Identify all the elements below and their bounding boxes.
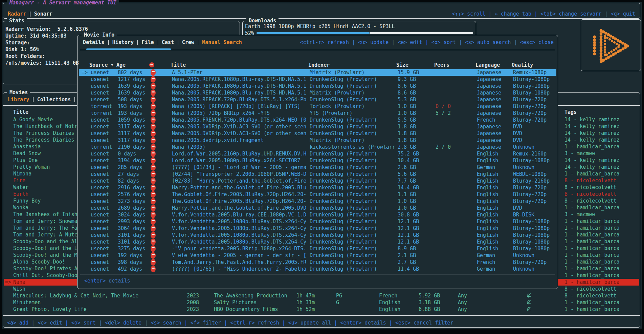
rejected-icon	[151, 191, 156, 198]
cell-quality: Bluray-1080p	[513, 83, 550, 89]
cell-source: usenet	[91, 137, 109, 144]
tab-sonarr[interactable]: Sonarr	[34, 11, 52, 17]
search-result-row[interactable]: usenet3101 daysV.for.Vendetta.2005.1080p…	[79, 232, 556, 238]
search-result-row[interactable]: usenet3273 daysThe.Goblet.Of.Fire.2005.B…	[79, 198, 556, 205]
cell-age: 3117 days	[118, 130, 145, 137]
cell-age: 2993 days	[118, 218, 145, 225]
search-result-row[interactable]: usenet2993 daysV.for.Vendetta.2005.1080p…	[79, 218, 556, 225]
search-result-row[interactable]: usenet2689 daysHarry.Potter.and.the.Gobl…	[79, 205, 556, 211]
rejected-icon	[151, 130, 156, 137]
search-result-row[interactable]: usenet2916 daysHarry.Potter.and.the.Gobl…	[79, 184, 556, 191]
cell-indexer: DrunkenSlug (Prowlarr)	[310, 150, 396, 157]
search-result-row[interactable]: torrent193 daysNana (2005) 720p BRRip x2…	[79, 110, 556, 117]
cell-tag: 1 - hamilcar_barca	[564, 170, 620, 177]
search-result-row[interactable]: usenet82 days[02/83] "Harry.Potter.and.t…	[79, 178, 556, 184]
disk-usage-bar	[86, 48, 171, 50]
search-result-row[interactable]: usenet3101 daysV.for.Vendetta.2005.1080p…	[79, 238, 556, 245]
cell-movie-title: Great Photo, Lovely Life	[13, 306, 87, 313]
global-shortcuts: <↑↓> scroll | ↔ change tab | <t​ab> chan…	[452, 11, 635, 17]
cell-indexer: kickasstorrents.ws (Prowlarr	[310, 144, 396, 150]
cell-runtime: 1h 47m	[296, 292, 315, 299]
search-result-row[interactable]: usenet1639 daysNana.2005.REPACK.1080p.Bl…	[79, 89, 556, 96]
cell-tag: 8 - nicolecolvett	[564, 177, 617, 184]
cell-tag: 8 - nicolecolvett	[564, 292, 617, 299]
cell-age: 192 days	[118, 252, 142, 259]
cell-quality: DVD	[513, 137, 522, 144]
cell-size: 1.0 GB	[398, 198, 416, 205]
cell-rating: G	[336, 299, 339, 306]
cell-tag: 1 - hamilcar_barca	[564, 218, 620, 225]
search-result-row[interactable]: torrent2190 daysNana (2005)kickasstorren…	[79, 144, 556, 150]
search-result-row[interactable]: usenet398 daysTom.And.Jerry.The.Fast.And…	[79, 259, 556, 266]
cell-language: English	[477, 150, 498, 157]
cell-indexer: Miatrix (Prowlarr)	[310, 89, 396, 96]
cell-indexer: YTS (Prowlarr)	[310, 110, 396, 117]
radarr-version: Radarr Version: 5.2.6.8376	[5, 26, 88, 33]
search-result-row[interactable]: usenet285 days(????) [01/34] - "Lord of …	[79, 164, 556, 171]
tab-radarr[interactable]: Radarr	[8, 11, 26, 17]
cell-size: 6.88 GB	[419, 306, 440, 313]
cell-indexer: DrunkenSlug (Prowlarr)	[310, 211, 396, 218]
rejected-icon	[151, 123, 156, 130]
cell-title: Lord.of.War.2005.1080p.BluRay.x264-SECTO…	[172, 157, 308, 164]
cell-size: 10.4 GB	[398, 157, 419, 164]
cell-age: 285 days	[118, 164, 142, 171]
search-result-row[interactable]: usenet0 daysLord.of.War.2005.2160p.BluRa…	[79, 150, 556, 157]
search-result-row[interactable]: torrent193 daysNana (2005) [REPACK] [720…	[79, 103, 556, 110]
cell-source: usenet	[91, 205, 109, 211]
cell-indexer: DrunkenSlug (Prowlarr)	[310, 171, 396, 178]
rejected-icon	[151, 238, 156, 245]
cell-movie-title: Miraculous: Ladybug & Cat Noir, The Movi…	[13, 292, 138, 299]
cell-source: usenet	[91, 150, 109, 157]
search-result-row[interactable]: usenet3275 days-"V pour vendetta.2005.BR…	[79, 245, 556, 252]
cell-size: 8.6 GB	[398, 89, 416, 96]
cell-language: English	[477, 191, 498, 198]
search-result-row[interactable]: usenet3117 daysNana.2005.DVDRip.XviD.AC3…	[79, 130, 556, 137]
cell-language: Japanese	[477, 110, 501, 117]
cell-indexer: DrunkenSlug (Prowlarr)	[310, 205, 396, 211]
cell-age: 82 days	[118, 178, 139, 184]
cell-size: 1.0 GB	[398, 110, 416, 117]
cell-language: German	[477, 164, 495, 171]
search-result-row[interactable]: usenet3064 daysV.for.Vendetta.2005.1080p…	[79, 225, 556, 232]
cell-language: English	[379, 299, 400, 306]
cell-source: usenet	[91, 238, 109, 245]
cell-age: 2576 days	[118, 191, 145, 198]
cell-title: Harry.Potter.and.the.Goblet.of.Fire.2005…	[172, 205, 308, 211]
selection-arrow-icon: =>	[5, 279, 11, 286]
cell-language: German	[477, 252, 495, 259]
header-panel: Managarr - A Servarr management TUI Rada…	[3, 3, 640, 19]
movie-row[interactable]: Miraculous: Ladybug & Cat Noir, The Movi…	[4, 292, 639, 299]
search-result-row[interactable]: usenet3117 daysnana.2005.dvdrip.xvid.fra…	[79, 137, 556, 144]
search-result-row[interactable]: usenet3194 daysLord.of.War.2005.1080p.Bl…	[79, 157, 556, 164]
cell-tag: 1 - hamilcar_barca	[564, 245, 620, 252]
cell-age: 3024 days	[118, 211, 145, 218]
cell-indexer: DrunkenSlug (Prowlarr)	[310, 157, 396, 164]
search-result-row[interactable]: usenet192 daysV wie Vendetta - 2005 - ge…	[79, 252, 556, 259]
cell-indexer: DrunkenSlug (Prowlarr)	[310, 252, 396, 259]
search-result-row[interactable]: usenet2576 daysThe.Goblet.Of.Fire.2005.B…	[79, 191, 556, 198]
cell-size: 5.3 GB	[398, 96, 416, 103]
search-result-row[interactable]: usenet3117 daysNana.2005.DVDRip.XviD.AC3…	[79, 123, 556, 130]
search-result-row[interactable]: usenet27 days[02/44] "Transporter 2.2005…	[79, 171, 556, 178]
cell-source: usenet	[91, 218, 109, 225]
search-result-row[interactable]: usenet3024 daysV.for.Vendetta.2005.Blu-r…	[79, 211, 556, 218]
cell-title: V wie Vendetta - 2005 - german - der sir…	[172, 252, 308, 259]
cell-quality: Unknown	[513, 266, 534, 272]
rejected-icon	[151, 225, 156, 232]
cell-indexer: DrunkenSlug (Prowlarr)	[310, 245, 396, 252]
movie-row[interactable]: Great Photo, Lovely Life2023HBO Document…	[4, 306, 639, 313]
cell-size: 12.1 GB	[398, 218, 419, 225]
movie-row[interactable]: Minutemen2008Salty Pictures1h 31mGEnglis…	[4, 299, 639, 306]
cell-year: 2008	[187, 299, 199, 306]
search-result-row[interactable]: usenet1059 daysNana.2005.FRENCH.720p.Blu…	[79, 117, 556, 123]
cell-title: V.for.Vendetta.2005.1080p.BluRay.DTS.x26…	[172, 232, 308, 238]
cell-tag: 8 - nicolecolvett	[564, 197, 617, 204]
cell-movie-title: Dead Snow	[13, 150, 41, 157]
cell-studio: Salty Pictures	[214, 299, 257, 306]
rejected-icon	[151, 164, 156, 171]
search-result-row[interactable]: usenet492 days(????) [01/65] - "Miss Und…	[79, 266, 556, 272]
search-result-row[interactable]: usenet508 daysNana.2005.REPACK.720p.BluR…	[79, 96, 556, 103]
cell-source: usenet	[91, 259, 109, 266]
cell-size: 2.8 GB	[398, 144, 416, 150]
